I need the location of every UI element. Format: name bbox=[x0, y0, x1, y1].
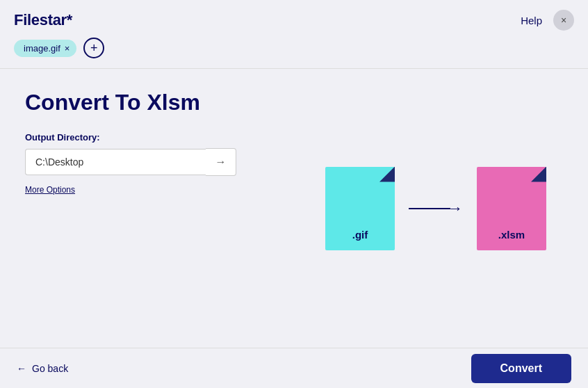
more-options-link[interactable]: More Options bbox=[25, 185, 75, 195]
input-row: → bbox=[25, 148, 289, 176]
add-file-button[interactable]: + bbox=[83, 38, 104, 58]
add-icon: + bbox=[90, 41, 98, 56]
footer: ← Go back Convert bbox=[0, 348, 588, 388]
header: Filestar* Help × bbox=[0, 0, 588, 31]
convert-button[interactable]: Convert bbox=[471, 354, 571, 383]
directory-browse-button[interactable]: → bbox=[206, 148, 236, 176]
main-content: Convert To Xlsm Output Directory: → More… bbox=[0, 69, 588, 348]
file-tag: image.gif × bbox=[14, 40, 76, 57]
gif-file-label: .gif bbox=[352, 229, 368, 241]
left-panel: Convert To Xlsm Output Directory: → More… bbox=[25, 90, 289, 195]
output-directory-input[interactable] bbox=[25, 149, 206, 175]
go-back-label: Go back bbox=[32, 363, 68, 374]
close-icon: × bbox=[561, 15, 566, 26]
back-arrow-icon: ← bbox=[17, 363, 26, 374]
page-title: Convert To Xlsm bbox=[25, 90, 289, 115]
close-button[interactable]: × bbox=[553, 10, 574, 31]
output-directory-label: Output Directory: bbox=[25, 132, 289, 143]
file-tag-label: image.gif bbox=[24, 43, 60, 54]
arrow-head-icon: → bbox=[448, 201, 463, 216]
arrow-icon: → bbox=[215, 156, 227, 168]
go-back-button[interactable]: ← Go back bbox=[17, 363, 68, 374]
gif-file-icon: .gif bbox=[325, 167, 395, 250]
arrow-line bbox=[409, 208, 450, 209]
xlsm-file-label: .xlsm bbox=[498, 229, 525, 241]
conversion-diagram: .gif → .xlsm bbox=[325, 167, 546, 250]
tag-close-icon: × bbox=[65, 43, 70, 54]
help-link[interactable]: Help bbox=[521, 15, 542, 26]
file-tag-close-button[interactable]: × bbox=[65, 44, 70, 53]
header-right: Help × bbox=[521, 10, 574, 31]
conversion-arrow: → bbox=[409, 201, 463, 216]
xlsm-file-icon: .xlsm bbox=[477, 167, 546, 250]
app-title: Filestar* bbox=[14, 11, 72, 29]
tags-bar: image.gif × + bbox=[0, 31, 588, 69]
